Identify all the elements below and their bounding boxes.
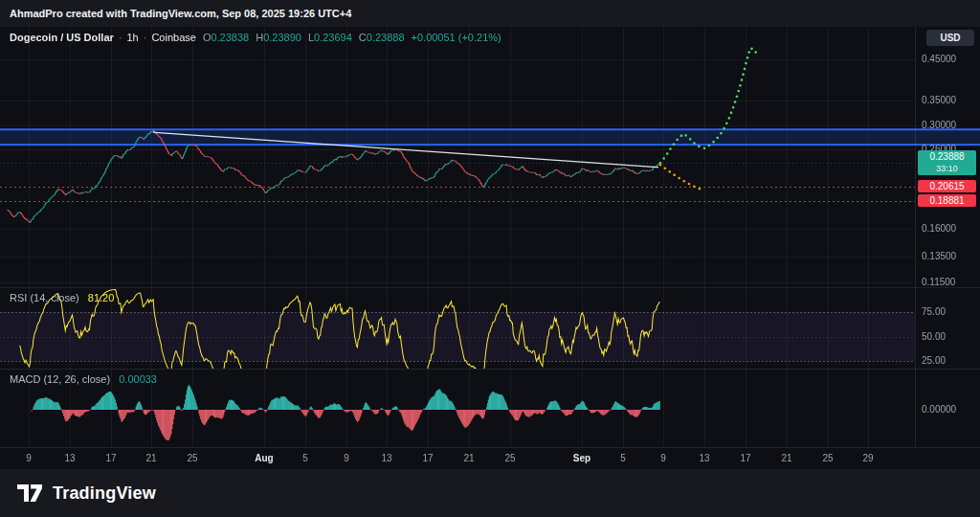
time-tick-label: 17	[740, 453, 750, 463]
separator-dot: ·	[119, 32, 122, 43]
time-tick-label: 21	[463, 453, 474, 463]
time-tick-label: 25	[187, 453, 197, 463]
time-tick-label: 13	[699, 453, 709, 463]
close-value: 0.23888	[367, 32, 405, 43]
time-tick-label: 25	[822, 453, 833, 463]
attribution-bar: AhmadPro created with TradingView.com, S…	[0, 0, 980, 27]
time-tick-label: Aug	[255, 453, 273, 463]
time-tick-label: 9	[26, 453, 32, 463]
time-tick-label: 17	[105, 453, 116, 463]
exchange-label[interactable]: Coinbase	[151, 32, 195, 43]
bar-countdown: 33:10	[918, 163, 976, 174]
tradingview-screenshot: AhmadPro created with TradingView.com, S…	[0, 0, 980, 517]
open-label: O	[203, 32, 212, 43]
alert-price-badge-1: 0.20615	[918, 180, 976, 192]
tradingview-logo[interactable]	[15, 481, 44, 506]
macd-value: 0.00033	[119, 373, 157, 385]
time-tick-label: 29	[862, 453, 873, 463]
rsi-title-text: RSI (14, close)	[10, 292, 79, 303]
change-value: +0.00051 (+0.21%)	[412, 32, 501, 43]
time-tick-label: Sep	[573, 453, 590, 463]
time-tick-label: 5	[620, 453, 626, 463]
macd-pane-title[interactable]: MACD (12, 26, close) 0.00033	[10, 373, 157, 385]
interval-label[interactable]: 1h	[126, 32, 138, 43]
time-tick-label: 13	[64, 453, 75, 463]
symbol-name[interactable]: Dogecoin / US Dollar	[10, 32, 114, 43]
time-tick-label: 5	[302, 453, 308, 463]
alert-price-badge-2: 0.18881	[918, 194, 976, 207]
tradingview-wordmark[interactable]: TradingView	[53, 483, 156, 504]
time-tick-label: 21	[781, 453, 791, 463]
high-label: H	[256, 32, 263, 43]
time-tick-label: 9	[660, 453, 666, 463]
attribution-text: AhmadPro created with TradingView.com, S…	[10, 8, 351, 19]
currency-button[interactable]: USD	[926, 30, 974, 46]
time-tick-label: 13	[381, 453, 391, 463]
separator-dot: ·	[144, 32, 147, 43]
close-label: C	[359, 32, 367, 43]
chart-area: 0.450000.350000.300000.260000.160000.135…	[0, 27, 980, 469]
low-value: 0.23694	[314, 32, 352, 43]
macd-title-text: MACD (12, 26, close)	[10, 373, 110, 385]
open-value: 0.23838	[211, 32, 249, 43]
time-tick-label: 9	[344, 453, 349, 463]
current-price-value: 0.23888	[918, 151, 976, 163]
time-tick-label: 17	[422, 453, 433, 463]
time-tick-label: 21	[145, 453, 156, 463]
footer: TradingView	[0, 469, 980, 517]
rsi-pane-title[interactable]: RSI (14, close) 81.20	[10, 292, 114, 303]
rsi-value: 81.20	[88, 292, 115, 303]
symbol-legend: Dogecoin / US Dollar · 1h · Coinbase O 0…	[10, 32, 501, 43]
high-value: 0.23890	[263, 32, 301, 43]
current-price-badge: 0.23888 33:10	[918, 150, 976, 175]
time-tick-label: 25	[504, 453, 515, 463]
time-axis[interactable]: 913172125Aug5913172125Sep591317212529	[0, 27, 980, 469]
